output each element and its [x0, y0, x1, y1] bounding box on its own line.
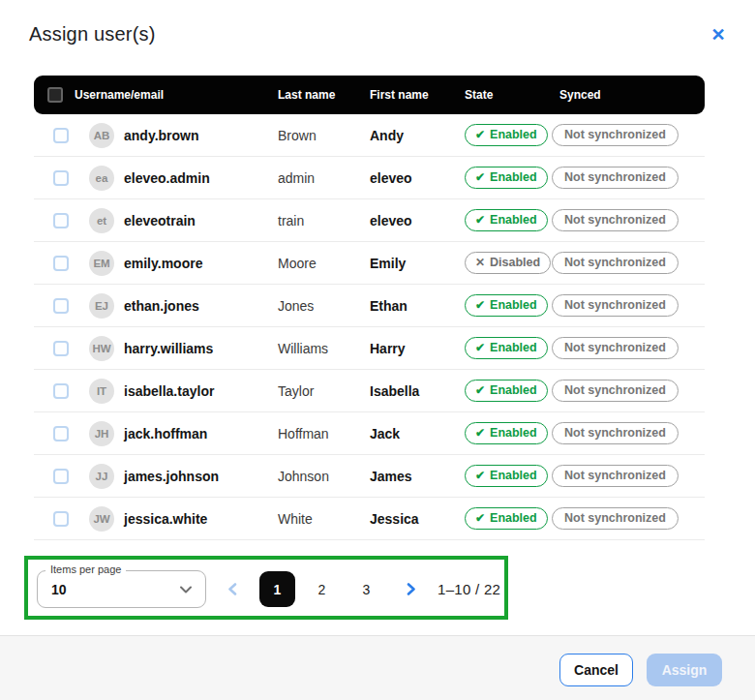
username-cell: jack.hoffman	[124, 426, 278, 441]
items-per-page-label: Items per page	[45, 563, 126, 575]
last-name-cell: train	[278, 213, 370, 228]
first-name-cell: Harry	[370, 341, 465, 356]
state-icon: ✔	[475, 342, 485, 353]
row-checkbox[interactable]	[53, 256, 69, 271]
previous-page-icon[interactable]	[223, 579, 242, 598]
state-badge: ✔ Enabled	[465, 124, 548, 146]
synced-label: Not synchronized	[564, 469, 666, 482]
table-row[interactable]: JW jessica.white White Jessica ✔ Enabled…	[34, 498, 705, 540]
synced-badge: Not synchronized	[552, 167, 679, 189]
row-checkbox[interactable]	[53, 298, 69, 314]
avatar: JH	[89, 421, 114, 446]
table-row[interactable]: EM emily.moore Moore Emily ✕ Disabled No…	[34, 242, 705, 285]
first-name-cell: Ethan	[370, 298, 465, 314]
state-label: Enabled	[490, 128, 537, 141]
state-label: Enabled	[490, 213, 537, 227]
synced-label: Not synchronized	[564, 341, 666, 354]
table-row[interactable]: AB andy.brown Brown Andy ✔ Enabled Not s…	[34, 114, 705, 157]
avatar: HW	[89, 336, 114, 361]
table-row[interactable]: IT isabella.taylor Taylor Isabella ✔ Ena…	[34, 370, 705, 412]
synced-label: Not synchronized	[564, 213, 666, 227]
first-name-cell: eleveo	[370, 213, 465, 228]
column-state: State	[465, 88, 559, 102]
cancel-button[interactable]: Cancel	[559, 654, 633, 686]
state-label: Enabled	[490, 511, 537, 525]
state-icon: ✔	[475, 470, 485, 481]
table-row[interactable]: JH jack.hoffman Hoffman Jack ✔ Enabled N…	[34, 412, 705, 455]
table-row[interactable]: ea eleveo.admin admin eleveo ✔ Enabled N…	[34, 157, 705, 199]
state-badge: ✔ Enabled	[465, 209, 548, 231]
last-name-cell: Jones	[278, 298, 370, 314]
last-name-cell: White	[278, 511, 370, 527]
state-badge: ✔ Enabled	[465, 294, 548, 317]
column-first-name: First name	[370, 88, 465, 102]
row-checkbox[interactable]	[53, 128, 69, 143]
avatar: EJ	[89, 293, 114, 319]
state-icon: ✔	[475, 427, 485, 439]
first-name-cell: Jack	[370, 426, 465, 441]
synced-badge: Not synchronized	[552, 507, 679, 530]
username-cell: harry.williams	[124, 341, 278, 356]
page-range-label: 1–10 / 22	[438, 581, 500, 597]
page-button-2[interactable]: 2	[304, 571, 340, 607]
row-checkbox[interactable]	[53, 511, 69, 527]
synced-badge: Not synchronized	[552, 337, 679, 359]
first-name-cell: Andy	[370, 128, 465, 143]
row-checkbox[interactable]	[53, 341, 69, 356]
last-name-cell: Johnson	[278, 469, 370, 484]
synced-label: Not synchronized	[564, 383, 666, 397]
page-button-3[interactable]: 3	[348, 571, 384, 607]
state-label: Enabled	[490, 341, 537, 354]
last-name-cell: Williams	[278, 341, 370, 356]
last-name-cell: Brown	[278, 128, 370, 143]
table-row[interactable]: HW harry.williams Williams Harry ✔ Enabl…	[34, 327, 705, 370]
username-cell: eleveotrain	[124, 213, 278, 228]
state-badge: ✔ Enabled	[465, 337, 548, 359]
assign-button[interactable]: Assign	[647, 654, 722, 686]
items-per-page-select[interactable]: 10	[37, 570, 206, 608]
column-username: Username/email	[75, 88, 278, 102]
synced-badge: Not synchronized	[552, 294, 679, 317]
row-checkbox[interactable]	[53, 213, 69, 228]
table-row[interactable]: EJ ethan.jones Jones Ethan ✔ Enabled Not…	[34, 285, 705, 327]
avatar: EM	[89, 251, 114, 276]
first-name-cell: Emily	[370, 256, 465, 271]
avatar: ea	[89, 166, 114, 191]
state-badge: ✔ Enabled	[465, 465, 548, 487]
row-checkbox[interactable]	[53, 383, 69, 399]
close-icon[interactable]: ✕	[708, 24, 729, 46]
first-name-cell: Jessica	[370, 511, 465, 527]
username-cell: andy.brown	[124, 128, 278, 143]
state-icon: ✕	[475, 257, 485, 268]
state-badge: ✔ Enabled	[465, 507, 548, 530]
select-all-checkbox[interactable]	[47, 87, 63, 103]
last-name-cell: Moore	[278, 256, 370, 271]
state-icon: ✔	[475, 214, 485, 226]
table-row[interactable]: JJ james.johnson Johnson James ✔ Enabled…	[34, 455, 705, 498]
row-checkbox[interactable]	[53, 170, 69, 186]
column-last-name: Last name	[278, 88, 370, 102]
chevron-down-icon	[179, 583, 193, 600]
first-name-cell: James	[370, 469, 465, 484]
table-row[interactable]: et eleveotrain train eleveo ✔ Enabled No…	[34, 199, 705, 242]
state-label: Enabled	[490, 298, 537, 312]
avatar: et	[89, 208, 114, 233]
page-button-1[interactable]: 1	[259, 571, 295, 607]
table-header: Username/email Last name First name Stat…	[34, 76, 705, 114]
row-checkbox[interactable]	[53, 426, 69, 441]
state-badge: ✔ Enabled	[465, 380, 548, 402]
state-label: Enabled	[490, 426, 537, 440]
last-name-cell: Hoffman	[278, 426, 370, 441]
last-name-cell: Taylor	[278, 383, 370, 399]
username-cell: emily.moore	[124, 256, 278, 271]
synced-badge: Not synchronized	[552, 380, 679, 402]
row-checkbox[interactable]	[53, 469, 69, 484]
synced-label: Not synchronized	[564, 511, 666, 525]
synced-label: Not synchronized	[564, 426, 666, 440]
state-badge: ✕ Disabled	[465, 252, 551, 274]
state-label: Enabled	[490, 469, 537, 482]
next-page-icon[interactable]	[401, 579, 420, 598]
synced-label: Not synchronized	[564, 170, 666, 184]
username-cell: jessica.white	[124, 511, 278, 527]
last-name-cell: admin	[278, 170, 370, 186]
